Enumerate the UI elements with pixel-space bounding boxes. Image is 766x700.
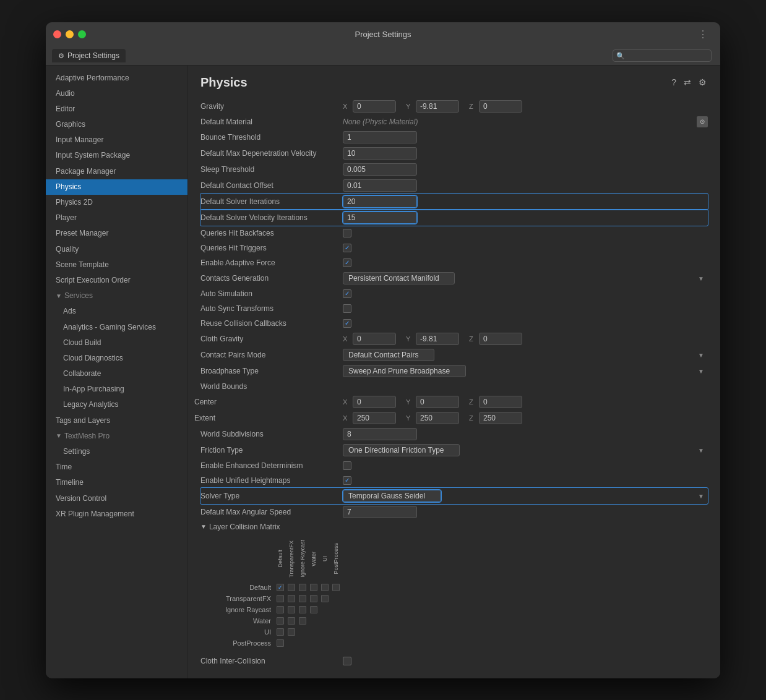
three-dots-menu[interactable]: ⋮ xyxy=(693,28,713,40)
sidebar-item-physics-2d[interactable]: Physics 2D xyxy=(46,195,187,210)
matrix-checkbox-default-pp[interactable] xyxy=(332,584,340,591)
sidebar-item-physics[interactable]: Physics xyxy=(46,179,187,195)
search-input[interactable] xyxy=(613,49,712,62)
default-solver-velocity-input[interactable] xyxy=(343,211,417,224)
matrix-checkbox-pp-default[interactable] xyxy=(277,639,284,647)
cloth-gravity-y-input[interactable] xyxy=(416,333,459,345)
matrix-checkbox-tfx-ui[interactable] xyxy=(321,595,329,602)
sidebar-item-xr-plugin[interactable]: XR Plugin Management xyxy=(46,506,187,522)
cloth-inter-collision-checkbox[interactable] xyxy=(343,657,351,665)
sidebar-item-analytics-gaming[interactable]: Analytics - Gaming Services xyxy=(46,320,187,335)
cloth-gravity-x-input[interactable] xyxy=(353,333,396,345)
solver-type-dropdown[interactable]: Temporal Gauss Seidel xyxy=(343,490,441,502)
friction-type-value: One Directional Friction Type ▼ xyxy=(343,444,708,456)
contact-pairs-mode-dropdown[interactable]: Default Contact Pairs xyxy=(343,349,434,361)
matrix-checkbox-tfx-default[interactable] xyxy=(277,595,284,602)
close-button[interactable] xyxy=(53,30,61,38)
sidebar-item-timeline[interactable]: Timeline xyxy=(46,475,187,490)
default-contact-offset-input[interactable] xyxy=(343,179,417,192)
settings-icon[interactable]: ⚙ xyxy=(697,76,708,88)
textmesh-section-header[interactable]: ▼ TextMesh Pro xyxy=(46,429,187,444)
sidebar-item-quality[interactable]: Quality xyxy=(46,242,187,257)
default-max-depenetration-input[interactable] xyxy=(343,147,417,160)
gravity-y-input[interactable] xyxy=(416,100,459,113)
queries-hit-backfaces-row: Queries Hit Backfaces xyxy=(200,226,708,241)
sidebar-item-audio[interactable]: Audio xyxy=(46,86,187,101)
matrix-checkbox-ui-tfx[interactable] xyxy=(288,628,295,636)
default-solver-iterations-input[interactable] xyxy=(343,195,417,208)
sidebar-item-textmesh-settings[interactable]: Settings xyxy=(46,444,187,459)
matrix-checkbox-water-tfx[interactable] xyxy=(288,617,295,625)
matrix-checkbox-ir-default[interactable] xyxy=(277,606,284,613)
cloth-gravity-value: X Y Z xyxy=(343,333,708,345)
gravity-z-input[interactable] xyxy=(479,100,522,113)
sidebar-item-time[interactable]: Time xyxy=(46,459,187,475)
sidebar-item-package-manager[interactable]: Package Manager xyxy=(46,164,187,179)
matrix-checkbox-default-water[interactable] xyxy=(310,584,317,591)
services-section-header[interactable]: ▼ Services xyxy=(46,288,187,304)
sidebar-item-version-control[interactable]: Version Control xyxy=(46,491,187,506)
enable-unified-heightmaps-checkbox[interactable] xyxy=(343,476,351,485)
sidebar-item-ads[interactable]: Ads xyxy=(46,304,187,319)
gravity-x-input[interactable] xyxy=(353,100,396,113)
matrix-checkbox-default-ir[interactable] xyxy=(299,584,306,591)
world-subdivisions-input[interactable] xyxy=(343,428,417,440)
broadphase-type-dropdown[interactable]: Sweep And Prune Broadphase xyxy=(343,365,466,377)
matrix-cell-ui-default xyxy=(275,626,286,638)
sidebar-item-editor[interactable]: Editor xyxy=(46,101,187,117)
default-max-angular-speed-input[interactable] xyxy=(343,506,417,518)
sidebar-item-graphics[interactable]: Graphics xyxy=(46,117,187,132)
friction-type-dropdown[interactable]: One Directional Friction Type xyxy=(343,444,460,456)
contacts-generation-dropdown[interactable]: Persistent Contact Manifold xyxy=(343,272,455,284)
matrix-checkbox-ir-tfx[interactable] xyxy=(288,606,295,613)
help-icon[interactable]: ? xyxy=(670,76,678,88)
sidebar-item-script-execution-order[interactable]: Script Execution Order xyxy=(46,273,187,288)
sidebar-item-collaborate[interactable]: Collaborate xyxy=(46,366,187,382)
matrix-checkbox-ui-default[interactable] xyxy=(277,628,284,636)
sidebar-item-input-manager[interactable]: Input Manager xyxy=(46,132,187,148)
auto-sync-transforms-checkbox[interactable] xyxy=(343,304,351,313)
matrix-checkbox-tfx-tfx[interactable] xyxy=(288,595,295,602)
sidebar-item-adaptive-performance[interactable]: Adaptive Performance xyxy=(46,70,187,86)
extent-z-input[interactable] xyxy=(479,412,522,424)
matrix-checkbox-water-default[interactable] xyxy=(277,617,284,625)
minimize-button[interactable] xyxy=(66,30,74,38)
sidebar-item-tags-and-layers[interactable]: Tags and Layers xyxy=(46,413,187,429)
queries-hit-triggers-checkbox[interactable] xyxy=(343,244,351,252)
auto-simulation-checkbox[interactable] xyxy=(343,289,351,298)
matrix-checkbox-default-tfx[interactable] xyxy=(288,584,295,591)
maximize-button[interactable] xyxy=(78,30,86,38)
sleep-threshold-input[interactable] xyxy=(343,163,417,176)
sidebar-item-in-app-purchasing[interactable]: In-App Purchasing xyxy=(46,382,187,397)
extent-x-input[interactable] xyxy=(353,412,396,424)
sidebar-item-player[interactable]: Player xyxy=(46,210,187,226)
project-settings-tab[interactable]: ⚙ Project Settings xyxy=(52,49,126,62)
matrix-checkbox-tfx-ir[interactable] xyxy=(299,595,306,602)
center-y-input[interactable] xyxy=(416,396,459,408)
center-x-input[interactable] xyxy=(353,396,396,408)
object-picker-button[interactable]: ⊙ xyxy=(697,116,708,127)
sidebar-item-input-system-package[interactable]: Input System Package xyxy=(46,148,187,163)
matrix-checkbox-ir-ir[interactable] xyxy=(299,606,306,613)
cloth-gravity-z-input[interactable] xyxy=(479,333,522,345)
sidebar-item-legacy-analytics[interactable]: Legacy Analytics xyxy=(46,397,187,412)
sidebar-item-preset-manager[interactable]: Preset Manager xyxy=(46,226,187,241)
matrix-checkbox-default-ui[interactable] xyxy=(321,584,329,591)
sidebar-item-scene-template[interactable]: Scene Template xyxy=(46,257,187,273)
matrix-checkbox-tfx-water[interactable] xyxy=(310,595,317,602)
center-z-input[interactable] xyxy=(479,396,522,408)
bounce-threshold-input[interactable] xyxy=(343,131,417,143)
sidebar-item-cloud-diagnostics[interactable]: Cloud Diagnostics xyxy=(46,351,187,366)
enable-enhanced-determinism-checkbox[interactable] xyxy=(343,461,351,470)
extent-y-input[interactable] xyxy=(416,412,459,424)
enable-adaptive-force-checkbox[interactable] xyxy=(343,258,351,267)
matrix-checkbox-default-default[interactable]: ✓ xyxy=(277,584,284,591)
matrix-checkbox-water-ir[interactable] xyxy=(299,617,306,625)
queries-hit-backfaces-checkbox[interactable] xyxy=(343,229,351,237)
sidebar-item-cloud-build[interactable]: Cloud Build xyxy=(46,335,187,351)
reuse-collision-callbacks-checkbox[interactable] xyxy=(343,319,351,328)
refresh-icon[interactable]: ⇄ xyxy=(682,76,692,88)
layer-collision-matrix-header[interactable]: ▼ Layer Collision Matrix xyxy=(200,520,708,532)
matrix-checkbox-ir-water[interactable] xyxy=(310,606,317,613)
default-solver-velocity-label: Default Solver Velocity Iterations xyxy=(200,213,343,222)
